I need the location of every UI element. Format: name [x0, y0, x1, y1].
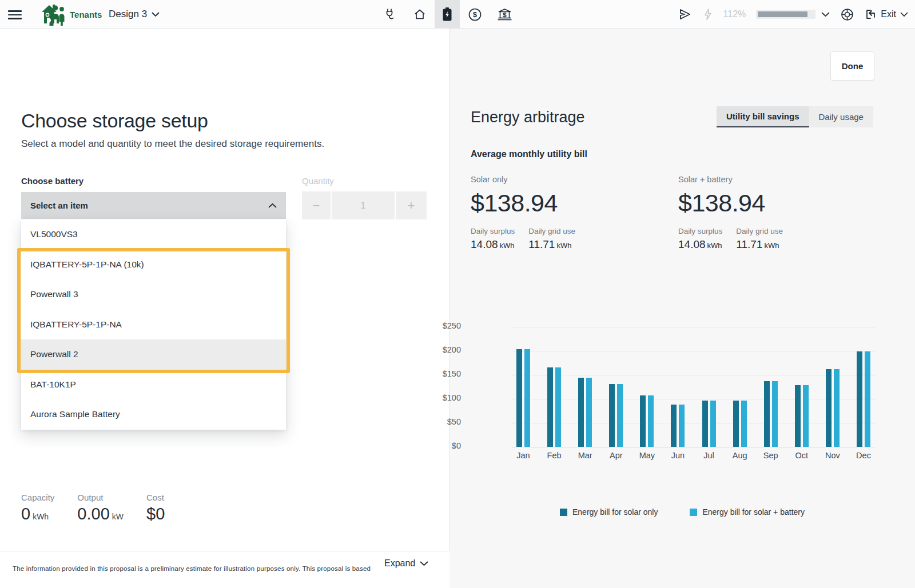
tenants-house-logo-icon: [40, 2, 66, 26]
bank-dollar-icon[interactable]: $: [490, 0, 519, 29]
daily-surplus-unit: kWh: [500, 241, 515, 250]
expand-button[interactable]: Expand: [384, 558, 428, 569]
dropdown-item[interactable]: Powerwall 2: [21, 339, 286, 370]
stat-value: 0: [21, 505, 30, 523]
quantity-increment-button[interactable]: +: [396, 191, 427, 219]
bar-may-series0: [640, 395, 646, 447]
exit-button[interactable]: Exit: [865, 9, 908, 20]
hamburger-menu-icon[interactable]: [8, 8, 22, 21]
selection-stats: Capacity0kWhOutput0.00kWCost$0: [21, 493, 167, 523]
x-tick-label: May: [634, 451, 659, 460]
daily-grid-label: Daily grid use: [736, 227, 783, 235]
expand-label: Expand: [384, 558, 415, 569]
bar-jun-series1: [679, 405, 685, 447]
legend-label: Energy bill for solar + battery: [702, 507, 805, 517]
stat-label: Capacity: [21, 493, 54, 502]
bar-jul-series0: [702, 401, 708, 447]
daily-surplus-label: Daily surplus: [678, 227, 722, 235]
x-tick-label: Dec: [851, 451, 876, 460]
chart-legend: Energy bill for solar onlyEnergy bill fo…: [449, 507, 915, 517]
choose-battery-label: Choose battery: [21, 176, 83, 186]
stat-value: 0.00: [77, 505, 109, 523]
progress-control[interactable]: [756, 10, 830, 19]
bar-may-series1: [648, 395, 654, 447]
utility-bill-chart: JanFebMarAprMayJunJulAugSepOctNovDec: [512, 327, 875, 447]
exit-door-icon: [865, 9, 877, 20]
dropdown-item[interactable]: BAT-10K1P: [21, 370, 286, 400]
brand-logo: Tenants: [40, 2, 102, 27]
y-tick-label: $200: [427, 345, 461, 354]
bar-apr-series1: [617, 384, 623, 447]
bar-nov-series1: [834, 369, 840, 447]
bar-sep-series0: [764, 381, 770, 447]
chevron-down-icon[interactable]: [821, 12, 830, 17]
legend-swatch: [560, 509, 567, 516]
battery-select[interactable]: Select an item: [21, 192, 286, 219]
gridline: [512, 447, 875, 447]
x-tick-label: Feb: [542, 451, 567, 460]
gridline: [512, 351, 875, 351]
y-tick-label: $250: [427, 321, 461, 330]
x-tick-label: Aug: [727, 451, 753, 460]
quantity-label: Quantity: [302, 176, 334, 186]
x-tick-label: Jan: [511, 451, 536, 460]
storage-setup-panel: Choose storage setup Select a model and …: [0, 29, 449, 588]
stat-block: Capacity0kWh: [21, 493, 54, 523]
dropdown-item[interactable]: IQBATTERY-5P-1P-NA (10k): [21, 250, 286, 280]
daily-grid-value: 11.71: [736, 238, 762, 250]
x-tick-label: Oct: [789, 451, 814, 460]
tab-daily-usage[interactable]: Daily usage: [809, 106, 873, 127]
plug-icon[interactable]: [375, 0, 405, 29]
stat-unit: kWh: [33, 512, 49, 521]
chevron-down-icon: [420, 561, 428, 566]
chevron-up-icon: [268, 203, 277, 208]
stat-value: $0: [146, 505, 165, 523]
bar-jul-series1: [710, 401, 716, 447]
daily-grid-value: 11.71: [528, 238, 555, 250]
x-tick-label: Sep: [758, 451, 783, 460]
tab-utility-bill-savings[interactable]: Utility bill savings: [717, 106, 809, 127]
daily-surplus-unit: kWh: [707, 241, 722, 250]
dropdown-item[interactable]: VL5000VS3: [21, 219, 286, 250]
x-tick-label: Nov: [820, 451, 845, 460]
send-icon[interactable]: [678, 7, 693, 21]
quantity-decrement-button[interactable]: −: [302, 191, 331, 219]
energy-arbitrage-panel: Done Energy arbitrage Utility bill savin…: [449, 29, 915, 588]
page-title: Choose storage setup: [21, 110, 208, 132]
done-button[interactable]: Done: [830, 51, 874, 81]
bar-oct-series1: [803, 385, 809, 447]
progress-track[interactable]: [756, 10, 815, 19]
battery-dropdown-list: VL5000VS3IQBATTERY-5P-1P-NA (10k)Powerwa…: [21, 219, 286, 430]
stat-block: Output0.00kW: [77, 493, 124, 523]
bar-jan-series1: [524, 349, 530, 447]
legend-item: Energy bill for solar + battery: [690, 507, 805, 517]
bar-dec-series1: [865, 351, 870, 447]
chevron-down-icon: [900, 12, 908, 17]
y-tick-label: $100: [427, 393, 461, 402]
home-icon[interactable]: [405, 0, 435, 29]
stat-label: Output: [77, 493, 124, 502]
dropdown-item[interactable]: IQBATTERY-5P-1P-NA: [21, 310, 286, 340]
bill-amount: $138.94: [678, 189, 867, 217]
legend-item: Energy bill for solar only: [560, 507, 658, 517]
bar-dec-series0: [857, 351, 862, 447]
zoom-percent: 112%: [723, 9, 746, 19]
bar-jun-series0: [671, 405, 677, 447]
energy-arbitrage-title: Energy arbitrage: [471, 109, 585, 126]
x-tick-label: Jun: [665, 451, 690, 460]
lightning-icon: [703, 8, 713, 21]
bar-sep-series1: [772, 381, 778, 447]
dropdown-item[interactable]: Powerwall 3: [21, 279, 286, 310]
daily-surplus-label: Daily surplus: [471, 227, 515, 235]
solar-battery-card: Solar + battery $138.94 Daily surplus 14…: [678, 175, 867, 251]
bar-mar-series1: [586, 378, 592, 447]
dollar-circle-icon[interactable]: $: [460, 0, 490, 29]
dropdown-item[interactable]: Aurora Sample Battery: [21, 399, 286, 430]
bill-card-label: Solar only: [471, 175, 659, 184]
help-lifebuoy-icon[interactable]: [840, 7, 854, 22]
design-selector[interactable]: Design 3: [109, 0, 160, 29]
progress-fill: [758, 11, 807, 17]
chevron-down-icon: [152, 12, 160, 17]
gridline: [512, 327, 875, 327]
battery-icon[interactable]: [435, 0, 460, 29]
